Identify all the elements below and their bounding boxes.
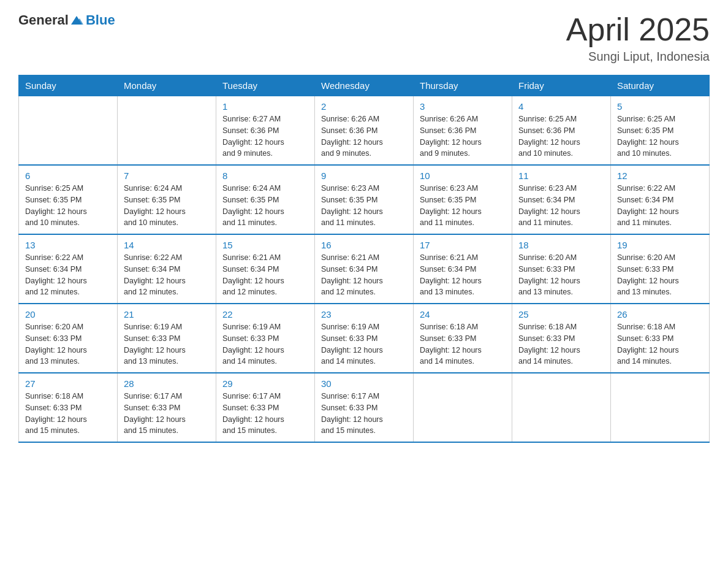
day-info: Sunrise: 6:27 AM Sunset: 6:36 PM Dayligh… [222, 113, 308, 159]
day-info: Sunrise: 6:18 AM Sunset: 6:33 PM Dayligh… [518, 321, 604, 367]
calendar-cell: 24Sunrise: 6:18 AM Sunset: 6:33 PM Dayli… [414, 304, 512, 373]
day-number: 2 [321, 101, 407, 112]
weekday-header-friday: Friday [512, 75, 611, 96]
calendar-week-row: 6Sunrise: 6:25 AM Sunset: 6:35 PM Daylig… [19, 165, 710, 234]
day-info: Sunrise: 6:26 AM Sunset: 6:36 PM Dayligh… [321, 113, 407, 159]
day-number: 1 [222, 101, 308, 112]
calendar-cell [19, 96, 118, 166]
day-info: Sunrise: 6:21 AM Sunset: 6:34 PM Dayligh… [222, 252, 308, 298]
weekday-header-row: SundayMondayTuesdayWednesdayThursdayFrid… [19, 75, 710, 96]
day-info: Sunrise: 6:22 AM Sunset: 6:34 PM Dayligh… [124, 252, 210, 298]
calendar-cell: 6Sunrise: 6:25 AM Sunset: 6:35 PM Daylig… [19, 165, 118, 234]
day-info: Sunrise: 6:18 AM Sunset: 6:33 PM Dayligh… [25, 391, 111, 437]
day-info: Sunrise: 6:17 AM Sunset: 6:33 PM Dayligh… [124, 391, 210, 437]
day-info: Sunrise: 6:19 AM Sunset: 6:33 PM Dayligh… [321, 321, 407, 367]
calendar-cell: 16Sunrise: 6:21 AM Sunset: 6:34 PM Dayli… [315, 234, 414, 304]
calendar-cell: 20Sunrise: 6:20 AM Sunset: 6:33 PM Dayli… [19, 304, 118, 373]
day-number: 3 [420, 101, 506, 112]
calendar-cell [611, 373, 710, 442]
day-info: Sunrise: 6:26 AM Sunset: 6:36 PM Dayligh… [420, 113, 506, 159]
day-info: Sunrise: 6:21 AM Sunset: 6:34 PM Dayligh… [321, 252, 407, 298]
calendar-cell: 25Sunrise: 6:18 AM Sunset: 6:33 PM Dayli… [512, 304, 611, 373]
day-number: 22 [222, 309, 308, 320]
day-info: Sunrise: 6:19 AM Sunset: 6:33 PM Dayligh… [124, 321, 210, 367]
day-number: 14 [124, 240, 210, 250]
day-info: Sunrise: 6:24 AM Sunset: 6:35 PM Dayligh… [222, 183, 308, 229]
day-info: Sunrise: 6:17 AM Sunset: 6:33 PM Dayligh… [321, 391, 407, 437]
day-info: Sunrise: 6:25 AM Sunset: 6:35 PM Dayligh… [617, 113, 703, 159]
day-number: 5 [617, 101, 703, 112]
calendar-cell: 22Sunrise: 6:19 AM Sunset: 6:33 PM Dayli… [216, 304, 315, 373]
calendar-cell: 23Sunrise: 6:19 AM Sunset: 6:33 PM Dayli… [315, 304, 414, 373]
calendar-title: April 2025 [566, 12, 710, 47]
day-number: 21 [124, 309, 210, 320]
calendar-cell: 9Sunrise: 6:23 AM Sunset: 6:35 PM Daylig… [315, 165, 414, 234]
calendar-table: SundayMondayTuesdayWednesdayThursdayFrid… [18, 75, 710, 443]
page-header: General Blue April 2025 Sungi Liput, Ind… [18, 12, 710, 64]
day-info: Sunrise: 6:20 AM Sunset: 6:33 PM Dayligh… [25, 321, 111, 367]
day-number: 29 [222, 378, 308, 389]
day-info: Sunrise: 6:19 AM Sunset: 6:33 PM Dayligh… [222, 321, 308, 367]
calendar-cell: 5Sunrise: 6:25 AM Sunset: 6:35 PM Daylig… [611, 96, 710, 166]
calendar-week-row: 1Sunrise: 6:27 AM Sunset: 6:36 PM Daylig… [19, 96, 710, 166]
calendar-cell: 19Sunrise: 6:20 AM Sunset: 6:33 PM Dayli… [611, 234, 710, 304]
calendar-cell: 18Sunrise: 6:20 AM Sunset: 6:33 PM Dayli… [512, 234, 611, 304]
weekday-header-monday: Monday [118, 75, 216, 96]
calendar-cell: 11Sunrise: 6:23 AM Sunset: 6:34 PM Dayli… [512, 165, 611, 234]
day-number: 20 [25, 309, 111, 320]
day-number: 24 [420, 309, 506, 320]
day-number: 25 [518, 309, 604, 320]
day-info: Sunrise: 6:20 AM Sunset: 6:33 PM Dayligh… [518, 252, 604, 298]
logo-icon [70, 13, 83, 27]
day-number: 16 [321, 240, 407, 250]
day-number: 26 [617, 309, 703, 320]
calendar-cell: 3Sunrise: 6:26 AM Sunset: 6:36 PM Daylig… [414, 96, 512, 166]
day-number: 27 [25, 378, 111, 389]
day-number: 7 [124, 170, 210, 181]
weekday-header-tuesday: Tuesday [216, 75, 315, 96]
calendar-cell: 7Sunrise: 6:24 AM Sunset: 6:35 PM Daylig… [118, 165, 216, 234]
calendar-cell: 13Sunrise: 6:22 AM Sunset: 6:34 PM Dayli… [19, 234, 118, 304]
day-info: Sunrise: 6:25 AM Sunset: 6:36 PM Dayligh… [518, 113, 604, 159]
day-number: 17 [420, 240, 506, 250]
weekday-header-wednesday: Wednesday [315, 75, 414, 96]
day-number: 28 [124, 378, 210, 389]
calendar-cell: 15Sunrise: 6:21 AM Sunset: 6:34 PM Dayli… [216, 234, 315, 304]
day-number: 30 [321, 378, 407, 389]
logo-general: General [18, 12, 69, 28]
day-info: Sunrise: 6:18 AM Sunset: 6:33 PM Dayligh… [420, 321, 506, 367]
calendar-cell [118, 96, 216, 166]
calendar-week-row: 20Sunrise: 6:20 AM Sunset: 6:33 PM Dayli… [19, 304, 710, 373]
day-number: 8 [222, 170, 308, 181]
weekday-header-sunday: Sunday [19, 75, 118, 96]
day-number: 19 [617, 240, 703, 250]
day-number: 10 [420, 170, 506, 181]
calendar-cell: 1Sunrise: 6:27 AM Sunset: 6:36 PM Daylig… [216, 96, 315, 166]
day-info: Sunrise: 6:22 AM Sunset: 6:34 PM Dayligh… [25, 252, 111, 298]
calendar-cell: 2Sunrise: 6:26 AM Sunset: 6:36 PM Daylig… [315, 96, 414, 166]
day-info: Sunrise: 6:23 AM Sunset: 6:34 PM Dayligh… [518, 183, 604, 229]
logo-blue: Blue [86, 12, 115, 28]
day-info: Sunrise: 6:22 AM Sunset: 6:34 PM Dayligh… [617, 183, 703, 229]
day-number: 6 [25, 170, 111, 181]
day-number: 4 [518, 101, 604, 112]
calendar-cell: 21Sunrise: 6:19 AM Sunset: 6:33 PM Dayli… [118, 304, 216, 373]
day-info: Sunrise: 6:23 AM Sunset: 6:35 PM Dayligh… [321, 183, 407, 229]
calendar-cell: 12Sunrise: 6:22 AM Sunset: 6:34 PM Dayli… [611, 165, 710, 234]
day-info: Sunrise: 6:18 AM Sunset: 6:33 PM Dayligh… [617, 321, 703, 367]
day-number: 15 [222, 240, 308, 250]
calendar-cell: 30Sunrise: 6:17 AM Sunset: 6:33 PM Dayli… [315, 373, 414, 442]
day-info: Sunrise: 6:24 AM Sunset: 6:35 PM Dayligh… [124, 183, 210, 229]
day-number: 12 [617, 170, 703, 181]
day-number: 18 [518, 240, 604, 250]
day-info: Sunrise: 6:25 AM Sunset: 6:35 PM Dayligh… [25, 183, 111, 229]
title-block: April 2025 Sungi Liput, Indonesia [566, 12, 710, 64]
calendar-cell: 29Sunrise: 6:17 AM Sunset: 6:33 PM Dayli… [216, 373, 315, 442]
day-number: 11 [518, 170, 604, 181]
day-info: Sunrise: 6:23 AM Sunset: 6:35 PM Dayligh… [420, 183, 506, 229]
calendar-week-row: 27Sunrise: 6:18 AM Sunset: 6:33 PM Dayli… [19, 373, 710, 442]
calendar-cell: 26Sunrise: 6:18 AM Sunset: 6:33 PM Dayli… [611, 304, 710, 373]
weekday-header-saturday: Saturday [611, 75, 710, 96]
calendar-cell: 14Sunrise: 6:22 AM Sunset: 6:34 PM Dayli… [118, 234, 216, 304]
day-number: 23 [321, 309, 407, 320]
